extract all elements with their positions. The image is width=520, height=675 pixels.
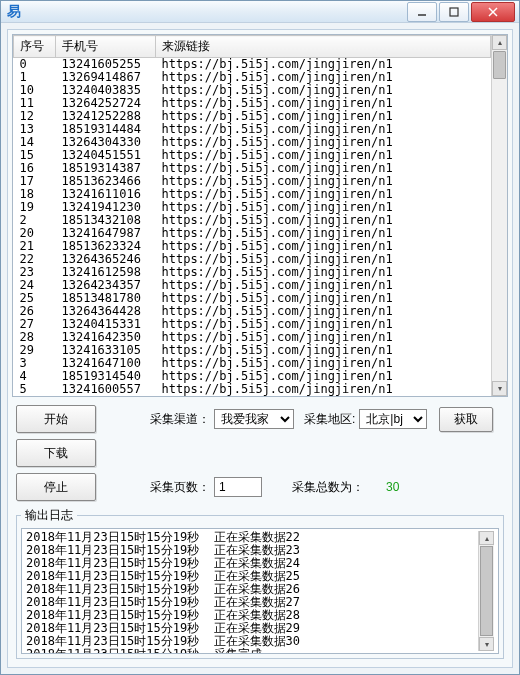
minimize-button[interactable] xyxy=(407,2,437,22)
region-select[interactable]: 北京|bj xyxy=(359,409,427,429)
col-header-phone[interactable]: 手机号 xyxy=(56,36,156,58)
total-label: 采集总数为： xyxy=(292,479,364,496)
stop-button[interactable]: 停止 xyxy=(16,473,96,501)
log-textarea[interactable]: 2018年11月23日15时15分19秒 正在采集数据22 2018年11月23… xyxy=(21,528,499,654)
scroll-thumb[interactable] xyxy=(493,51,506,79)
col-header-url[interactable]: 来源链接 xyxy=(156,36,491,58)
data-grid[interactable]: 序号 手机号 来源链接 013241605255https://bj.5i5j.… xyxy=(12,34,508,397)
app-window: 易 序号 手机号 来源链接 013241605255https://b xyxy=(0,0,520,675)
table-row[interactable]: 513241600557https://bj.5i5j.com/jingjire… xyxy=(14,383,491,396)
region-label: 采集地区: xyxy=(304,411,355,428)
log-title: 输出日志 xyxy=(21,507,77,524)
scroll-down-icon[interactable]: ▾ xyxy=(492,381,507,396)
scroll-up-icon[interactable]: ▴ xyxy=(492,35,507,50)
channel-label: 采集渠道： xyxy=(150,411,210,428)
scroll-up-icon[interactable]: ▴ xyxy=(479,531,494,545)
total-value: 30 xyxy=(386,480,399,494)
close-button[interactable] xyxy=(471,2,515,22)
fetch-button[interactable]: 获取 xyxy=(439,407,493,432)
app-icon: 易 xyxy=(5,3,23,21)
log-panel: 输出日志 2018年11月23日15时15分19秒 正在采集数据22 2018年… xyxy=(16,507,504,659)
start-button[interactable]: 开始 xyxy=(16,405,96,433)
log-scrollbar[interactable]: ▴ ▾ xyxy=(478,531,494,651)
download-button[interactable]: 下载 xyxy=(16,439,96,467)
titlebar[interactable]: 易 xyxy=(1,1,519,23)
svg-rect-1 xyxy=(450,8,458,16)
pages-label: 采集页数： xyxy=(150,479,210,496)
grid-scrollbar[interactable]: ▴ ▾ xyxy=(491,35,507,396)
client-area: 序号 手机号 来源链接 013241605255https://bj.5i5j.… xyxy=(7,29,513,668)
table-row[interactable]: 013241605255https://bj.5i5j.com/jingjire… xyxy=(14,58,491,72)
maximize-button[interactable] xyxy=(439,2,469,22)
scroll-thumb[interactable] xyxy=(480,546,493,636)
pages-input[interactable] xyxy=(214,477,262,497)
col-header-index[interactable]: 序号 xyxy=(14,36,56,58)
channel-select[interactable]: 我爱我家 xyxy=(214,409,294,429)
controls-panel: 开始 采集渠道： 我爱我家 采集地区: 北京|bj 获取 下载 停止 采集页数：… xyxy=(12,397,508,663)
scroll-down-icon[interactable]: ▾ xyxy=(479,637,494,651)
